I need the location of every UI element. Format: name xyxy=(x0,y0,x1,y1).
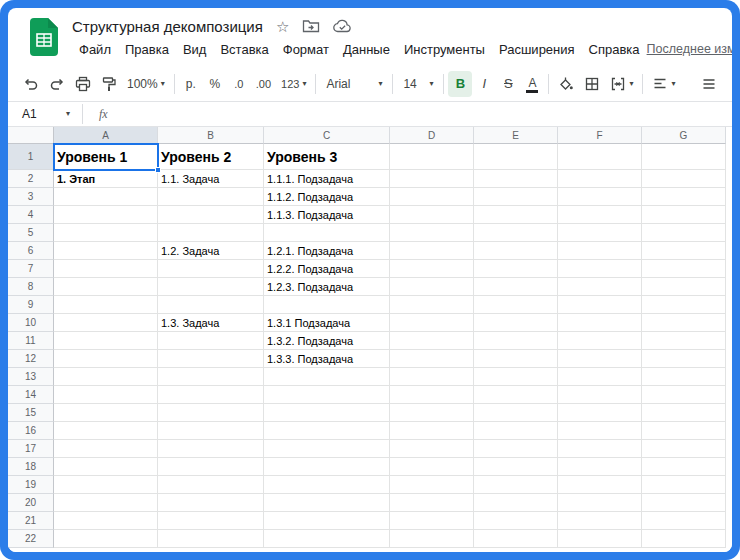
menu-item-data[interactable]: Данные xyxy=(336,40,397,59)
cell-F21[interactable] xyxy=(558,512,642,530)
cell-C3[interactable]: 1.1.2. Подзадача xyxy=(264,188,390,206)
cell-G9[interactable] xyxy=(642,296,726,314)
cell-B7[interactable] xyxy=(158,260,264,278)
row-header-2[interactable]: 2 xyxy=(8,170,54,188)
cell-B19[interactable] xyxy=(158,476,264,494)
menu-item-file[interactable]: Файл xyxy=(72,40,118,59)
cell-B21[interactable] xyxy=(158,512,264,530)
cell-B3[interactable] xyxy=(158,188,264,206)
cell-F1[interactable] xyxy=(558,144,642,170)
cell-E16[interactable] xyxy=(474,422,558,440)
cell-E2[interactable] xyxy=(474,170,558,188)
cell-C10[interactable]: 1.3.1 Подзадача xyxy=(264,314,390,332)
column-header-D[interactable]: D xyxy=(390,127,474,144)
cell-C11[interactable]: 1.3.2. Подзадача xyxy=(264,332,390,350)
cell-B8[interactable] xyxy=(158,278,264,296)
cell-D6[interactable] xyxy=(390,242,474,260)
cell-D16[interactable] xyxy=(390,422,474,440)
cell-A6[interactable] xyxy=(54,242,158,260)
cell-F18[interactable] xyxy=(558,458,642,476)
cell-C7[interactable]: 1.2.2. Подзадача xyxy=(264,260,390,278)
cell-B13[interactable] xyxy=(158,368,264,386)
paint-format-button[interactable] xyxy=(96,71,122,97)
cell-B1[interactable]: Уровень 2 xyxy=(158,144,264,170)
cell-D20[interactable] xyxy=(390,494,474,512)
cell-G4[interactable] xyxy=(642,206,726,224)
redo-button[interactable] xyxy=(44,71,70,97)
cell-G3[interactable] xyxy=(642,188,726,206)
undo-button[interactable] xyxy=(18,71,44,97)
cell-A14[interactable] xyxy=(54,386,158,404)
cell-F12[interactable] xyxy=(558,350,642,368)
cell-D5[interactable] xyxy=(390,224,474,242)
formula-input[interactable] xyxy=(120,102,732,126)
row-header-9[interactable]: 9 xyxy=(8,296,54,314)
cell-D4[interactable] xyxy=(390,206,474,224)
cell-A19[interactable] xyxy=(54,476,158,494)
row-header-3[interactable]: 3 xyxy=(8,188,54,206)
row-header-7[interactable]: 7 xyxy=(8,260,54,278)
cell-C6[interactable]: 1.2.1. Подзадача xyxy=(264,242,390,260)
menu-item-edit[interactable]: Правка xyxy=(118,40,176,59)
cell-G19[interactable] xyxy=(642,476,726,494)
cell-C21[interactable] xyxy=(264,512,390,530)
cell-D15[interactable] xyxy=(390,404,474,422)
cell-G8[interactable] xyxy=(642,278,726,296)
menu-item-tools[interactable]: Инструменты xyxy=(397,40,492,59)
cell-D2[interactable] xyxy=(390,170,474,188)
cell-C8[interactable]: 1.2.3. Подзадача xyxy=(264,278,390,296)
row-header-5[interactable]: 5 xyxy=(8,224,54,242)
cell-B14[interactable] xyxy=(158,386,264,404)
cell-C4[interactable]: 1.1.3. Подзадача xyxy=(264,206,390,224)
cell-G21[interactable] xyxy=(642,512,726,530)
cell-G17[interactable] xyxy=(642,440,726,458)
row-header-1[interactable]: 1 xyxy=(8,144,54,170)
row-header-12[interactable]: 12 xyxy=(8,350,54,368)
menu-item-view[interactable]: Вид xyxy=(176,40,214,59)
cell-F20[interactable] xyxy=(558,494,642,512)
menu-item-help[interactable]: Справка xyxy=(582,40,647,59)
print-button[interactable] xyxy=(70,71,96,97)
column-header-G[interactable]: G xyxy=(642,127,726,144)
cell-G13[interactable] xyxy=(642,368,726,386)
cell-F13[interactable] xyxy=(558,368,642,386)
select-all-corner[interactable] xyxy=(8,127,54,144)
column-header-A[interactable]: A xyxy=(54,127,158,144)
cell-C13[interactable] xyxy=(264,368,390,386)
cell-D18[interactable] xyxy=(390,458,474,476)
strikethrough-button[interactable]: S xyxy=(496,71,520,97)
font-size-selector[interactable]: 14 ▾ xyxy=(397,71,439,97)
cell-A7[interactable] xyxy=(54,260,158,278)
menu-item-format[interactable]: Формат xyxy=(276,40,336,59)
borders-button[interactable] xyxy=(579,71,605,97)
last-edit-link[interactable]: Последнее изменение xyxy=(647,42,732,56)
menu-item-extensions[interactable]: Расширения xyxy=(492,40,582,59)
horizontal-align-button[interactable]: ▾ xyxy=(647,71,680,97)
increase-decimals-button[interactable]: .00 xyxy=(251,71,276,97)
cell-B9[interactable] xyxy=(158,296,264,314)
cell-D12[interactable] xyxy=(390,350,474,368)
row-header-18[interactable]: 18 xyxy=(8,458,54,476)
cell-G12[interactable] xyxy=(642,350,726,368)
row-header-19[interactable]: 19 xyxy=(8,476,54,494)
cell-F5[interactable] xyxy=(558,224,642,242)
cell-G2[interactable] xyxy=(642,170,726,188)
more-formats-button[interactable]: 123 ▾ xyxy=(276,71,311,97)
cell-A10[interactable] xyxy=(54,314,158,332)
cell-B5[interactable] xyxy=(158,224,264,242)
cell-G11[interactable] xyxy=(642,332,726,350)
cell-A3[interactable] xyxy=(54,188,158,206)
cell-A2[interactable]: 1. Этап xyxy=(54,170,158,188)
cell-F11[interactable] xyxy=(558,332,642,350)
row-header-6[interactable]: 6 xyxy=(8,242,54,260)
cell-G7[interactable] xyxy=(642,260,726,278)
cell-D7[interactable] xyxy=(390,260,474,278)
cell-D17[interactable] xyxy=(390,440,474,458)
cell-A13[interactable] xyxy=(54,368,158,386)
cell-E13[interactable] xyxy=(474,368,558,386)
cell-F10[interactable] xyxy=(558,314,642,332)
cell-G15[interactable] xyxy=(642,404,726,422)
cell-F16[interactable] xyxy=(558,422,642,440)
cell-A8[interactable] xyxy=(54,278,158,296)
name-box[interactable]: A1 ▾ xyxy=(8,107,78,121)
